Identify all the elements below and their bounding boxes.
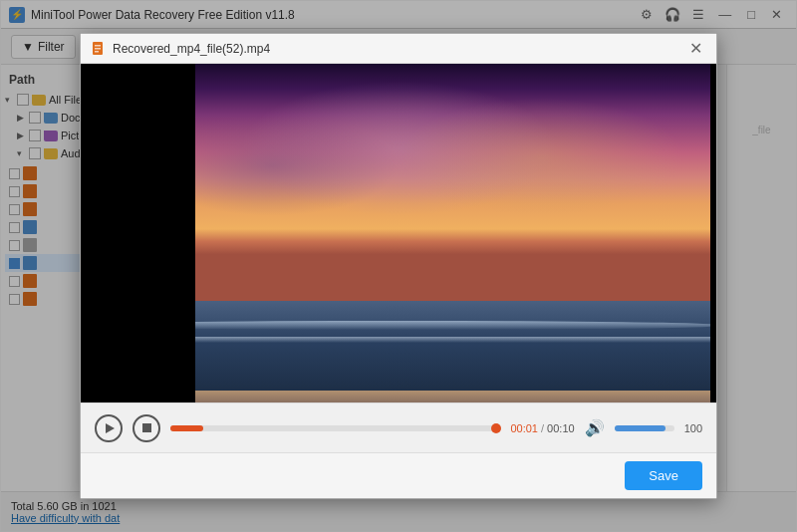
- dialog-close-button[interactable]: ✕: [685, 39, 706, 58]
- video-player: [81, 64, 716, 402]
- controls-bar: 00:01 / 00:10 🔊 100: [81, 402, 716, 452]
- progress-thumb: [491, 423, 501, 433]
- svg-rect-2: [95, 48, 101, 50]
- total-time: 00:10: [547, 422, 575, 434]
- cloud-3: [398, 98, 684, 216]
- progress-fill: [170, 425, 203, 431]
- svg-rect-3: [95, 51, 99, 53]
- stop-button[interactable]: [133, 414, 160, 442]
- svg-rect-1: [95, 45, 101, 47]
- dialog-file-icon: [91, 41, 107, 57]
- dialog-title: Recovered_mp4_file(52).mp4: [113, 42, 685, 56]
- volume-fill: [615, 425, 665, 431]
- volume-label: 100: [684, 422, 702, 434]
- save-button[interactable]: Save: [625, 461, 702, 490]
- letterbox-right: [710, 64, 716, 402]
- current-time: 00:01: [510, 422, 538, 434]
- app-window: ⚡ MiniTool Power Data Recovery Free Edit…: [0, 0, 797, 532]
- dialog-bottom-bar: Save: [81, 452, 716, 498]
- time-display: 00:01 / 00:10: [510, 422, 574, 434]
- letterbox-left: [81, 64, 195, 402]
- progress-bar[interactable]: [170, 425, 500, 431]
- modal-overlay: Recovered_mp4_file(52).mp4 ✕: [1, 1, 796, 531]
- volume-icon[interactable]: 🔊: [585, 418, 605, 437]
- dialog-title-bar: Recovered_mp4_file(52).mp4 ✕: [81, 34, 716, 64]
- play-button[interactable]: [95, 414, 123, 442]
- video-thumbnail: [81, 64, 716, 402]
- preview-dialog: Recovered_mp4_file(52).mp4 ✕: [80, 33, 717, 499]
- volume-bar[interactable]: [615, 425, 674, 431]
